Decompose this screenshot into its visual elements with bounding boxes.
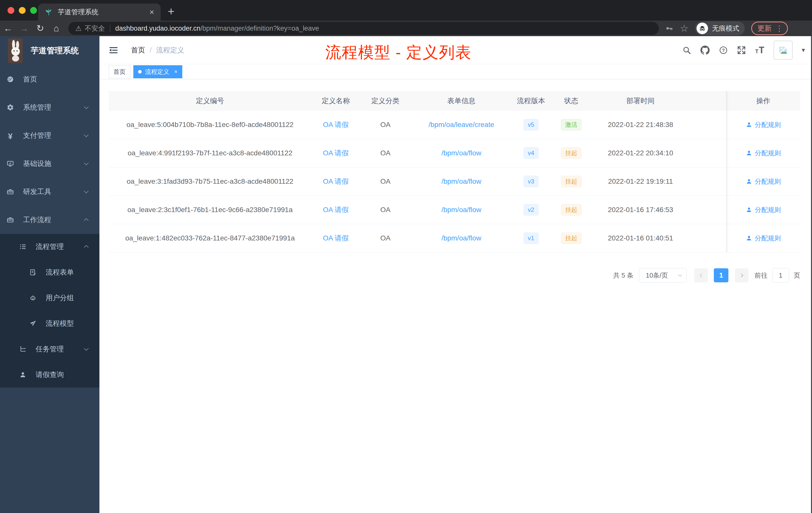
tab-title: 芋道管理系统 <box>58 7 144 17</box>
sidebar-item-process-model[interactable]: 流程模型 <box>0 311 99 336</box>
form-link[interactable]: /bpm/oa/flow <box>441 177 481 185</box>
status-badge: 激活 <box>561 119 581 130</box>
user-icon <box>19 371 27 379</box>
sidebar-item-label: 首页 <box>23 74 37 84</box>
fullscreen-icon[interactable] <box>737 46 746 55</box>
assign-rule-button[interactable]: 分配规则 <box>746 149 781 158</box>
deploy-time: 2022-01-22 19:19:11 <box>592 177 726 185</box>
home-icon[interactable]: ⌂ <box>48 23 64 34</box>
address-bar[interactable]: ⚠ 不安全 dashboard.yudao.iocoder.cn /bpm/ma… <box>68 22 659 35</box>
browser-tab-strip: 芋道管理系统 × + <box>0 0 812 21</box>
url-host: dashboard.yudao.iocoder.cn <box>115 25 200 32</box>
form-link[interactable]: /bpm/oa/leave/create <box>429 121 494 129</box>
minimize-window-button[interactable] <box>19 7 26 14</box>
bookmark-star-icon[interactable]: ☆ <box>680 23 689 34</box>
sidebar-item-process-form[interactable]: 流程表单 <box>0 260 99 285</box>
definition-category: OA <box>360 149 410 157</box>
paper-plane-icon <box>29 320 37 327</box>
browser-toolbar: ← → ↻ ⌂ ⚠ 不安全 dashboard.yudao.iocoder.cn… <box>0 21 812 36</box>
browser-tab[interactable]: 芋道管理系统 × <box>38 3 161 21</box>
next-page-button[interactable] <box>735 268 749 282</box>
definition-id: oa_leave:5:004b710b-7b8a-11ec-8ef0-acde4… <box>109 121 311 129</box>
form-link[interactable]: /bpm/oa/flow <box>441 206 481 214</box>
breadcrumb: 首页 / 流程定义 <box>131 46 184 55</box>
definition-id: oa_leave:3:1fad3d93-7b75-11ec-a3c8-acde4… <box>109 177 311 185</box>
status-badge: 挂起 <box>561 233 581 244</box>
definition-name-link[interactable]: OA 请假 <box>323 233 349 243</box>
page-size-select[interactable]: 10条/页 <box>639 268 687 282</box>
sidebar-collapse-icon[interactable] <box>109 45 118 55</box>
table-row: oa_leave:2:3c1f0ef1-76b1-11ec-9c66-a2380… <box>109 196 800 224</box>
goto-page-input[interactable] <box>772 268 789 282</box>
back-icon[interactable]: ← <box>0 23 16 34</box>
main-area: 流程模型 - 定义列表 首页 / 流程定义 <box>99 36 812 513</box>
tag-process-definition[interactable]: 流程定义 × <box>133 65 182 78</box>
assign-rule-button[interactable]: 分配规则 <box>746 234 781 243</box>
browser-menu-icon[interactable]: ⋮ <box>776 24 783 33</box>
header-actions: ? TT <box>682 41 805 60</box>
tab-close-icon[interactable]: × <box>149 8 154 16</box>
svg-text:?: ? <box>722 48 725 53</box>
sidebar-item-leave-query[interactable]: 请假查询 <box>0 362 99 388</box>
chevron-down-icon <box>84 161 88 165</box>
search-icon[interactable] <box>682 46 691 55</box>
close-window-button[interactable] <box>7 7 14 14</box>
sidebar-item-label: 请假查询 <box>36 370 64 380</box>
deploy-time: 2022-01-16 01:40:51 <box>592 234 726 242</box>
url-separator <box>110 25 110 32</box>
definition-category: OA <box>360 121 410 129</box>
zoom-window-button[interactable] <box>30 7 37 14</box>
definition-name-link[interactable]: OA 请假 <box>323 205 349 215</box>
version-badge: v1 <box>523 233 538 244</box>
chevron-left-icon <box>699 273 703 277</box>
chevron-down-icon <box>84 132 88 137</box>
sidebar: 芋道管理系统 首页 <box>0 36 99 513</box>
tag-home[interactable]: 首页 <box>109 65 130 78</box>
prev-page-button[interactable] <box>694 268 708 282</box>
form-link[interactable]: /bpm/oa/flow <box>441 149 481 157</box>
key-icon[interactable] <box>665 24 673 33</box>
definition-name-link[interactable]: OA 请假 <box>323 148 349 158</box>
sidebar-item-devtools[interactable]: 研发工具 <box>0 178 99 206</box>
assign-rule-button[interactable]: 分配规则 <box>746 177 781 186</box>
avatar[interactable] <box>774 41 793 60</box>
sidebar-item-label: 工作流程 <box>23 215 51 224</box>
sidebar-item-user-group[interactable]: 用户分组 <box>0 285 99 311</box>
col-header-version: 流程版本 <box>512 96 550 105</box>
chevron-down-icon <box>84 104 88 109</box>
sidebar-item-process-mgmt[interactable]: 流程管理 <box>0 234 99 260</box>
sidebar-logo[interactable]: 芋道管理系统 <box>0 36 99 65</box>
sidebar-item-infra[interactable]: 基础设施 <box>0 150 99 178</box>
help-icon[interactable]: ? <box>719 46 728 55</box>
incognito-icon <box>696 23 708 34</box>
update-button[interactable]: 更新 ⋮ <box>751 22 788 35</box>
col-header-actions: 操作 <box>726 91 800 111</box>
current-page-button[interactable]: 1 <box>714 268 728 282</box>
definition-category: OA <box>360 177 410 185</box>
not-secure-label[interactable]: 不安全 <box>85 24 105 33</box>
form-link[interactable]: /bpm/oa/flow <box>441 234 481 242</box>
font-size-icon[interactable]: TT <box>755 45 764 56</box>
status-badge: 挂起 <box>561 147 581 159</box>
definition-name-link[interactable]: OA 请假 <box>323 120 349 129</box>
sidebar-item-home[interactable]: 首页 <box>0 65 99 93</box>
avatar-caret-icon[interactable]: ▾ <box>802 46 805 54</box>
github-icon[interactable] <box>700 46 710 55</box>
sidebar-item-system[interactable]: 系统管理 <box>0 93 99 121</box>
deploy-time: 2022-01-16 17:46:53 <box>592 206 726 214</box>
sidebar-item-task-mgmt[interactable]: 任务管理 <box>0 336 99 362</box>
sidebar-item-payment[interactable]: ¥ 支付管理 <box>0 121 99 150</box>
assign-rule-button[interactable]: 分配规则 <box>746 120 781 129</box>
assign-rule-button[interactable]: 分配规则 <box>746 206 781 214</box>
briefcase-icon <box>6 216 14 223</box>
sidebar-item-workflow[interactable]: 工作流程 <box>0 206 99 234</box>
reload-icon[interactable]: ↻ <box>32 23 48 34</box>
pagination: 共 5 条 10条/页 1 前往 页 <box>109 268 800 282</box>
new-tab-button[interactable]: + <box>168 4 174 18</box>
logo-image <box>8 38 23 63</box>
breadcrumb-home[interactable]: 首页 <box>131 46 145 55</box>
definition-name-link[interactable]: OA 请假 <box>323 177 349 186</box>
forward-icon[interactable]: → <box>16 23 32 34</box>
page-size-value: 10条/页 <box>646 271 668 280</box>
tag-close-icon[interactable]: × <box>174 68 177 75</box>
